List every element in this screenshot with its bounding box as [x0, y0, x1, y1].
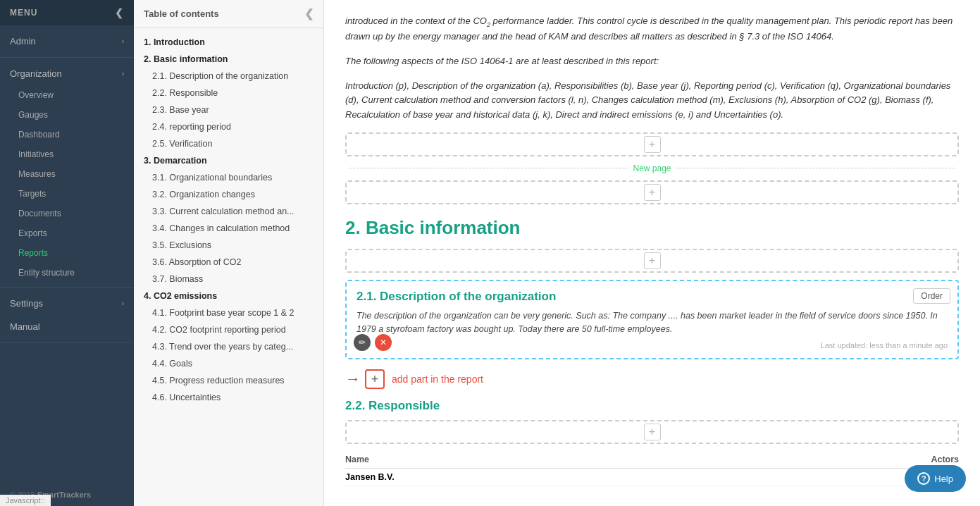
sidebar-item-admin[interactable]: Admin › [0, 30, 134, 53]
sidebar-item-entity-structure[interactable]: Entity structure [0, 263, 134, 283]
nav-section-settings: Settings › Manual [0, 288, 134, 343]
section-21-text: The description of the organization can … [356, 309, 948, 336]
sidebar-item-settings[interactable]: Settings › [0, 292, 134, 315]
main-content: introduced in the context of the CO2 per… [324, 0, 980, 506]
plus-button-before-21[interactable]: + [644, 252, 661, 269]
toc-item[interactable]: 4.4. Goals [134, 355, 323, 372]
plus-button-top[interactable]: + [644, 136, 661, 153]
toc-item[interactable]: 4. CO2 emissions [134, 288, 323, 304]
section-22-title: 2.2. Responsible [345, 399, 959, 413]
toc-item[interactable]: 3.3. Current calculation method an... [134, 203, 323, 220]
table-col-name: Name [345, 455, 369, 464]
menu-header: MENU ❮ [0, 0, 134, 25]
org-chevron: › [122, 70, 124, 78]
settings-chevron: › [122, 300, 124, 307]
toc-item[interactable]: 3.5. Exclusions [134, 237, 323, 254]
add-part-label: add part in the report [392, 374, 483, 385]
add-part-button[interactable]: + [365, 369, 385, 389]
table-header: Name Actors [345, 451, 959, 469]
nav-section-admin: Admin › [0, 25, 134, 58]
toc-item[interactable]: 2. Basic information [134, 51, 323, 68]
table-row[interactable]: Jansen B.V. [345, 469, 959, 486]
toc-item[interactable]: 3. Demarcation [134, 152, 323, 169]
add-part-area: → + add part in the report [345, 369, 959, 389]
toc-item[interactable]: 4.5. Progress reduction measures [134, 372, 323, 389]
help-label: Help [934, 474, 953, 484]
menu-collapse-icon[interactable]: ❮ [115, 7, 124, 18]
toc-item[interactable]: 2.1. Description of the organization [134, 68, 323, 85]
toc-item[interactable]: 4.2. CO2 footprint reporting period [134, 321, 323, 338]
sidebar-item-targets[interactable]: Targets [0, 184, 134, 204]
toc-item[interactable]: 2.4. reporting period [134, 118, 323, 135]
sidebar-item-measures[interactable]: Measures [0, 164, 134, 184]
toc-item[interactable]: 3.2. Organization changes [134, 186, 323, 203]
add-block-after-divider[interactable]: + [345, 180, 959, 204]
section-21-block: Order 2.1. Description of the organizati… [345, 280, 959, 360]
toc-item[interactable]: 2.2. Responsible [134, 85, 323, 101]
sidebar-item-initiatives[interactable]: Initiatives [0, 144, 134, 164]
order-button-21[interactable]: Order [913, 288, 950, 304]
sidebar-item-dashboard[interactable]: Dashboard [0, 125, 134, 144]
toc-item[interactable]: 1. Introduction [134, 34, 323, 51]
sidebar: MENU ❮ Admin › Organization › Overview G… [0, 0, 134, 506]
toc-item[interactable]: 3.7. Biomass [134, 271, 323, 288]
new-page-divider: New page [345, 163, 959, 173]
add-block-top[interactable]: + [345, 132, 959, 156]
toc-item[interactable]: 2.5. Verification [134, 135, 323, 152]
table-col-actors: Actors [931, 455, 959, 464]
plus-button-after-divider[interactable]: + [644, 184, 661, 201]
js-label: Javascript:: [0, 495, 51, 506]
sidebar-item-documents[interactable]: Documents [0, 204, 134, 223]
toc-collapse-icon[interactable]: ❮ [304, 7, 314, 20]
toc-item[interactable]: 4.6. Uncertainties [134, 389, 323, 406]
table-of-contents: Table of contents ❮ 1. Introduction2. Ba… [134, 0, 324, 506]
sidebar-item-exports[interactable]: Exports [0, 223, 134, 243]
toc-item[interactable]: 3.4. Changes in calculation method [134, 220, 323, 237]
section-21-title: 2.1. Description of the organization [356, 290, 948, 304]
sidebar-item-reports[interactable]: Reports [0, 243, 134, 263]
toc-item[interactable]: 2.3. Base year [134, 101, 323, 118]
intro-paragraph-1: introduced in the context of the CO2 per… [345, 14, 959, 44]
sidebar-item-organization[interactable]: Organization › [0, 62, 134, 85]
responsible-table: Name Actors Jansen B.V. [345, 451, 959, 486]
toc-item[interactable]: 3.6. Absorption of CO2 [134, 254, 323, 271]
add-block-before-21[interactable]: + [345, 249, 959, 273]
toc-item[interactable]: 4.3. Trend over the years by categ... [134, 338, 323, 355]
menu-label: MENU [10, 8, 37, 18]
toc-item[interactable]: 3.1. Organizational boundaries [134, 169, 323, 186]
last-updated-21: Last updated: less than a minute ago [356, 341, 948, 350]
toc-header: Table of contents ❮ [134, 0, 323, 28]
sidebar-item-gauges[interactable]: Gauges [0, 105, 134, 125]
section-2-title: 2. Basic information [345, 217, 959, 239]
toc-item[interactable]: 4.1. Footprint base year scope 1 & 2 [134, 304, 323, 321]
intro-paragraph-3: Introduction (p), Description of the org… [345, 79, 959, 123]
sidebar-item-overview[interactable]: Overview [0, 85, 134, 105]
plus-button-before-table[interactable]: + [644, 424, 661, 440]
toc-list: 1. Introduction2. Basic information2.1. … [134, 28, 323, 506]
nav-section-organization: Organization › Overview Gauges Dashboard… [0, 58, 134, 288]
block-actions-21: Order [913, 288, 950, 304]
sidebar-item-manual[interactable]: Manual [0, 315, 134, 338]
admin-chevron: › [122, 37, 124, 45]
intro-paragraph-2: The following aspects of the ISO 14064-1… [345, 54, 959, 69]
add-part-arrow: → [345, 370, 361, 388]
add-block-before-table[interactable]: + [345, 420, 959, 444]
table-cell-name: Jansen B.V. [345, 472, 395, 482]
help-icon: ? [917, 472, 930, 485]
help-button[interactable]: ? Help [905, 465, 966, 492]
